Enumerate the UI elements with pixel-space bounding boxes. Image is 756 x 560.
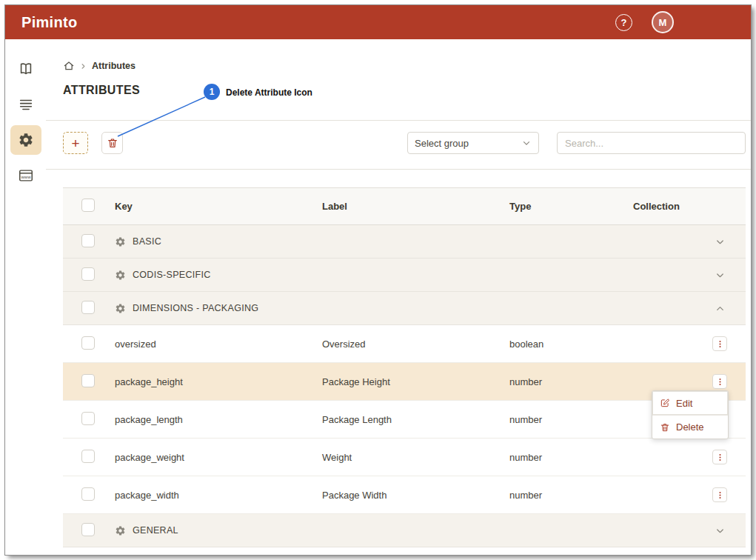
sidebar-item-web[interactable] — [10, 161, 41, 190]
group-checkbox[interactable] — [81, 301, 95, 314]
attribute-type: number — [509, 376, 633, 387]
help-icon[interactable]: ? — [615, 14, 632, 31]
attribute-label: Package Height — [322, 376, 509, 387]
row-checkbox[interactable] — [81, 487, 95, 501]
group-label: GENERAL — [133, 525, 178, 536]
book-icon — [18, 61, 34, 77]
row-actions-button[interactable] — [712, 487, 727, 502]
edit-icon — [660, 398, 670, 408]
attributes-table: Key Label Type Collection BASIC — [46, 170, 751, 547]
breadcrumb: Attributes — [63, 59, 751, 73]
annotation-label: Delete Attribute Icon — [226, 87, 312, 98]
row-checkbox[interactable] — [81, 412, 95, 425]
group-filter-value: Select group — [415, 138, 469, 149]
context-menu-delete[interactable]: Delete — [652, 415, 728, 439]
column-header-collection: Collection — [633, 201, 694, 212]
group-label: DIMENSIONS - PACKAGING — [133, 303, 258, 313]
table-row-package-width[interactable]: package_width Package Width number — [63, 476, 746, 514]
sidebar — [5, 39, 46, 556]
column-header-label: Label — [322, 201, 509, 212]
gear-icon — [115, 236, 126, 247]
table-row-package-weight[interactable]: package_weight Weight number — [63, 439, 746, 476]
kebab-menu-icon — [715, 377, 725, 387]
table-row-package-length[interactable]: package_length Package Length number — [63, 401, 746, 439]
chevron-right-icon — [79, 62, 87, 70]
toolbar: + Select group — [46, 121, 751, 169]
group-row-basic[interactable]: BASIC — [63, 225, 746, 259]
breadcrumb-current: Attributes — [92, 61, 136, 71]
sidebar-item-catalog[interactable] — [10, 54, 41, 84]
group-checkbox[interactable] — [81, 523, 95, 536]
attribute-key: oversized — [115, 339, 322, 350]
group-label: CODIS-SPECIFIC — [133, 270, 211, 280]
header-actions: ? M — [615, 11, 674, 33]
attribute-label: Oversized — [322, 339, 509, 350]
annotation-step-badge: 1 — [204, 84, 220, 100]
row-actions-button[interactable] — [712, 450, 727, 464]
group-filter-select[interactable]: Select group — [407, 132, 539, 154]
group-row-general[interactable]: GENERAL — [63, 514, 746, 547]
attribute-label: Package Length — [322, 414, 509, 425]
attribute-key: package_length — [115, 414, 322, 425]
chevron-up-icon[interactable] — [715, 303, 726, 314]
search-input[interactable] — [557, 132, 746, 154]
browser-www-icon — [18, 167, 34, 184]
row-checkbox[interactable] — [81, 336, 95, 350]
app-window: Piminto ? M — [4, 4, 752, 556]
avatar-initial: M — [659, 17, 667, 28]
table-row-package-height[interactable]: package_height Package Height number — [63, 363, 746, 401]
group-checkbox[interactable] — [81, 267, 95, 281]
home-icon[interactable] — [63, 60, 75, 72]
group-row-dimensions-packaging[interactable]: DIMENSIONS - PACKAGING — [63, 292, 746, 325]
attribute-type: number — [509, 452, 633, 463]
column-header-type: Type — [509, 201, 633, 212]
attribute-type: number — [509, 414, 633, 425]
gear-icon — [115, 303, 126, 314]
context-menu-delete-label: Delete — [676, 421, 704, 433]
trash-icon — [660, 422, 670, 433]
row-actions-button[interactable] — [712, 336, 727, 351]
row-context-menu: Edit Delete — [652, 390, 729, 439]
kebab-menu-icon — [715, 453, 725, 462]
attribute-type: boolean — [509, 339, 633, 350]
group-row-codis-specific[interactable]: CODIS-SPECIFIC — [63, 259, 746, 292]
attribute-key: package_width — [115, 490, 322, 501]
kebab-menu-icon — [715, 339, 725, 349]
attribute-key: package_height — [115, 376, 322, 387]
select-all-checkbox[interactable] — [81, 199, 95, 212]
table-header-row: Key Label Type Collection — [63, 188, 746, 225]
column-header-key: Key — [115, 201, 322, 212]
chevron-down-icon — [521, 138, 532, 148]
main-content: Attributes ATTRIBUTES + Select group — [46, 39, 751, 556]
trash-icon — [107, 137, 118, 149]
delete-attribute-button[interactable] — [101, 132, 123, 154]
avatar[interactable]: M — [652, 11, 674, 33]
chevron-down-icon[interactable] — [715, 236, 726, 247]
add-attribute-button[interactable]: + — [63, 132, 88, 154]
gear-icon — [115, 270, 126, 281]
kebab-menu-icon — [715, 490, 725, 500]
group-checkbox[interactable] — [81, 234, 95, 247]
context-menu-edit[interactable]: Edit — [652, 391, 728, 415]
context-menu-edit-label: Edit — [676, 398, 692, 409]
attribute-key: package_weight — [115, 452, 322, 463]
attribute-type: number — [509, 490, 633, 501]
sidebar-item-settings[interactable] — [10, 125, 41, 155]
attribute-label: Weight — [322, 452, 509, 463]
chevron-down-icon[interactable] — [715, 525, 726, 536]
table-row-oversized[interactable]: oversized Oversized boolean — [63, 325, 746, 363]
gear-icon — [115, 525, 126, 536]
app-logo: Piminto — [21, 14, 77, 31]
sidebar-item-publications[interactable] — [10, 90, 41, 119]
row-checkbox[interactable] — [81, 374, 95, 387]
stack-icon — [18, 96, 34, 113]
chevron-down-icon[interactable] — [715, 270, 726, 281]
group-label: BASIC — [133, 236, 161, 247]
page-title: ATTRIBUTES — [63, 81, 751, 99]
help-symbol: ? — [621, 17, 627, 28]
attribute-label: Package Width — [322, 490, 509, 501]
row-checkbox[interactable] — [81, 450, 95, 463]
row-actions-button[interactable] — [712, 374, 727, 389]
app-header: Piminto ? M — [5, 5, 751, 39]
gear-icon — [18, 132, 34, 148]
